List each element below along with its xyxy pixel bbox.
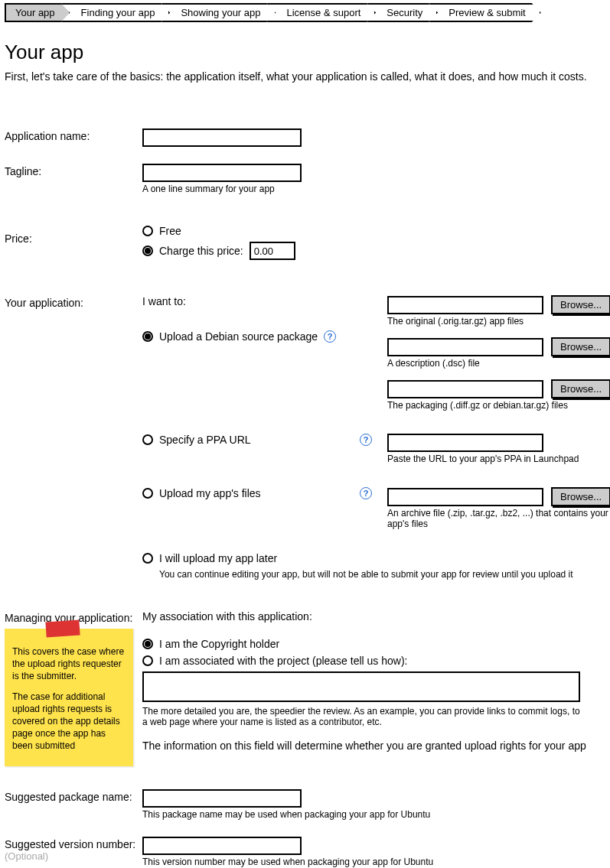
radio-price-free[interactable] <box>142 226 153 236</box>
ver-hint: This version number may be used when pac… <box>142 857 605 867</box>
step-finding[interactable]: Finding your app <box>61 3 171 22</box>
opt-ppa-label: Specify a PPA URL <box>159 434 354 446</box>
price-free-label: Free <box>159 225 181 237</box>
version-input[interactable] <box>142 837 302 855</box>
diff-file-input[interactable] <box>387 380 543 398</box>
radio-price-charge[interactable] <box>142 245 153 256</box>
label-optional: (Optional) <box>5 850 142 862</box>
later-hint: You can continue editing your app, but w… <box>159 569 610 580</box>
copyright-label: I am the Copyright holder <box>159 638 279 650</box>
radio-upload-files[interactable] <box>142 488 153 499</box>
price-charge-label: Charge this price: <box>159 245 243 257</box>
browse-orig-button[interactable]: Browse... <box>551 295 610 314</box>
step-nav: Your app Finding your app Showing your a… <box>5 3 605 22</box>
association-textarea[interactable] <box>142 671 580 702</box>
sticky-p2: The case for additional upload rights re… <box>12 691 126 753</box>
label-your-application: Your application: <box>5 295 142 309</box>
step-preview[interactable]: Preview & submit <box>429 3 540 22</box>
browse-diff-button[interactable]: Browse... <box>551 379 610 398</box>
page-title: Your app <box>5 41 605 64</box>
diff-hint: The packaging (.diff.gz or debian.tar.gz… <box>387 400 610 411</box>
opt-files-label: Upload my app's files <box>159 487 354 499</box>
label-ver: Suggested version number: <box>5 838 142 850</box>
association-hint: The more detailed you are, the speedier … <box>142 706 580 727</box>
radio-associated[interactable] <box>142 655 153 666</box>
step-showing[interactable]: Showing your app <box>161 3 276 22</box>
step-your-app[interactable]: Your app <box>5 3 70 22</box>
radio-ppa[interactable] <box>142 434 153 445</box>
dsc-file-input[interactable] <box>387 338 543 356</box>
managing-heading: My association with this application: <box>142 610 605 623</box>
label-price: Price: <box>5 225 142 245</box>
label-tagline: Tagline: <box>5 164 142 177</box>
help-icon[interactable]: ? <box>360 434 372 446</box>
archive-hint: An archive file (.zip, .tar.gz, .bz2, ..… <box>387 508 610 529</box>
orig-hint: The original (.orig.tar.gz) app files <box>387 316 610 327</box>
ppa-url-input[interactable] <box>387 434 543 452</box>
step-license[interactable]: License & suport <box>267 3 377 22</box>
ppa-hint: Paste the URL to your app's PPA in Launc… <box>387 454 610 464</box>
page-intro: First, let's take care of the basics: th… <box>5 70 602 83</box>
radio-upload-later[interactable] <box>142 553 153 564</box>
dsc-hint: A description (.dsc) file <box>387 358 610 369</box>
pkg-hint: This package name may be used when packa… <box>142 809 605 820</box>
label-pkg: Suggested package name: <box>5 789 142 803</box>
help-icon[interactable]: ? <box>360 487 372 499</box>
tagline-input[interactable] <box>142 164 302 182</box>
opt-debian-label: Upload a Debian source package <box>159 330 318 343</box>
app-name-input[interactable] <box>142 128 302 147</box>
browse-archive-button[interactable]: Browse... <box>551 487 610 506</box>
tagline-hint: A one line summary for your app <box>142 184 605 194</box>
sticky-p1: This covers the case where the upload ri… <box>12 645 126 683</box>
managing-info: The information on this field will deter… <box>142 740 605 752</box>
radio-upload-debian[interactable] <box>142 331 153 342</box>
help-icon[interactable]: ? <box>324 330 336 343</box>
browse-dsc-button[interactable]: Browse... <box>551 337 610 356</box>
orig-file-input[interactable] <box>387 296 543 314</box>
sticky-note: This covers the case where the upload ri… <box>5 629 133 766</box>
price-input[interactable] <box>250 242 295 260</box>
step-security[interactable]: Security <box>367 3 438 22</box>
i-want-to: I want to: <box>142 295 372 307</box>
label-app-name: Application name: <box>5 128 142 142</box>
radio-copyright[interactable] <box>142 639 153 649</box>
archive-file-input[interactable] <box>387 488 543 506</box>
associated-label: I am associated with the project (please… <box>159 655 408 667</box>
pkg-name-input[interactable] <box>142 789 302 808</box>
opt-later-label: I will upload my app later <box>159 552 277 564</box>
